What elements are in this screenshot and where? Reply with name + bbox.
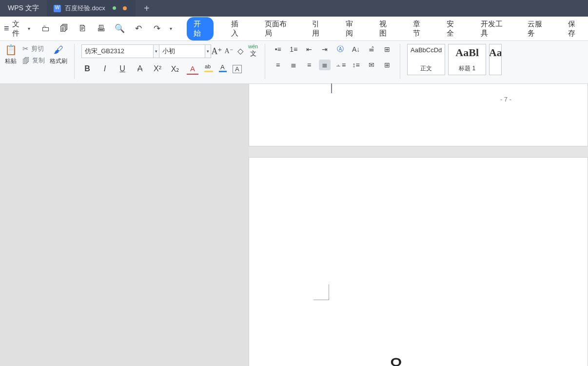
page-current[interactable]: 8 3 我乐看 www.woleken.com <box>249 157 588 366</box>
titlebar: WPS 文字 百度经验.docx + <box>0 0 588 17</box>
align-left-icon[interactable]: ≡ <box>272 60 284 70</box>
qa-caret-icon[interactable]: ▾ <box>170 26 172 31</box>
open-icon[interactable]: 🗀 <box>40 23 52 35</box>
format-painter-button[interactable]: 🖌 格式刷 <box>50 44 67 65</box>
font-size-select[interactable] <box>159 44 205 58</box>
paste-icon: 📋 <box>4 44 18 56</box>
increase-indent-icon[interactable]: ⇥ <box>319 44 331 55</box>
group-styles: AaBbCcDd 正文 AaBl 标题 1 Aa <box>407 44 502 75</box>
separator <box>265 44 265 79</box>
style-label: 正文 <box>420 64 432 73</box>
tab-insert[interactable]: 插入 <box>228 18 247 40</box>
margin-corner-icon <box>314 285 329 300</box>
line-height-icon[interactable]: ↕≡ <box>350 60 362 70</box>
font-size-caret-icon[interactable]: ▾ <box>205 44 211 58</box>
cut-button[interactable]: ✂ 剪切 <box>22 44 45 53</box>
print-preview-icon[interactable]: 🔍 <box>114 23 126 35</box>
cut-icon: ✂ <box>22 44 29 53</box>
cut-label: 剪切 <box>31 44 44 53</box>
bullets-icon[interactable]: •≡ <box>272 44 284 55</box>
ribbon-tabs: 开始 插入 页面布局 引用 审阅 视图 章节 安全 开发工具 云服务 保存 <box>187 17 584 41</box>
group-paragraph: •≡ 1≡ ⇤ ⇥ Ⓐ A↓ ≡̂ ⊞ ≡ ≣ ≡ ≣ ⫠≡ ↕≡ ✉ ⊞ <box>272 44 393 70</box>
underline-icon[interactable]: U <box>117 63 128 75</box>
tab-cloud[interactable]: 云服务 <box>525 18 550 40</box>
strikethrough-icon[interactable]: A <box>134 63 146 75</box>
font-color-icon[interactable] <box>219 65 227 72</box>
style-preview: AaBl <box>455 46 479 59</box>
modified-dot-icon <box>123 6 127 10</box>
numbering-icon[interactable]: 1≡ <box>288 44 299 55</box>
tab-review[interactable]: 审阅 <box>343 18 362 40</box>
superscript-icon[interactable]: X² <box>152 63 163 75</box>
add-tab-button[interactable]: + <box>136 0 158 17</box>
copy-icon: 🗐 <box>22 57 30 65</box>
separator <box>400 44 400 79</box>
app-title: WPS 文字 <box>0 0 47 17</box>
tab-home[interactable]: 开始 <box>187 17 214 41</box>
style-preview: AaBbCcDd <box>411 46 442 54</box>
export-pdf-icon[interactable]: 🖹 <box>77 23 89 35</box>
tab-developer[interactable]: 开发工具 <box>478 18 510 40</box>
caret-down-icon: ▾ <box>28 26 30 31</box>
tab-save[interactable]: 保存 <box>565 18 584 40</box>
document-body-text[interactable]: 8 3 <box>390 353 440 366</box>
file-menu[interactable]: 文件 ▾ <box>12 20 30 38</box>
shading-icon[interactable]: ✉ <box>366 60 377 70</box>
line-spacing-icon[interactable]: ≡̂ <box>366 44 377 55</box>
bold-icon[interactable]: B <box>81 63 93 75</box>
menubar: ≡ 文件 ▾ 🗀 🗐 🖹 🖶 🔍 ↶ ↷ ▾ 开始 插入 页面布局 引用 审阅 … <box>0 17 588 41</box>
group-font: ▾ ▾ A⁺ A⁻ ◇ wén 文 B I U A X² X₂ A A <box>81 44 258 75</box>
font-name-select[interactable] <box>81 44 154 58</box>
tab-view[interactable]: 视图 <box>376 18 395 40</box>
style-preview: Aa <box>489 46 502 59</box>
print-icon[interactable]: 🖶 <box>96 23 107 35</box>
text-direction-icon[interactable]: Ⓐ <box>334 44 346 55</box>
file-menu-label: 文件 <box>12 20 26 38</box>
undo-icon[interactable]: ↶ <box>133 23 144 35</box>
brush-icon: 🖌 <box>52 44 65 56</box>
page-previous-strip[interactable]: - 7 - <box>249 84 588 146</box>
page-number: - 7 - <box>500 96 511 103</box>
body-text-value: 8 3 <box>390 353 410 366</box>
align-right-icon[interactable]: ≡ <box>303 60 315 70</box>
decrease-font-icon[interactable]: A⁻ <box>223 45 235 57</box>
font-name-caret-icon[interactable]: ▾ <box>154 44 159 58</box>
borders-icon[interactable]: ⊞ <box>381 60 393 70</box>
document-area: - 7 - 8 3 我乐看 www.woleken.com <box>0 84 588 366</box>
text-effects-icon[interactable]: A <box>187 63 198 75</box>
style-next[interactable]: Aa <box>489 44 502 75</box>
document-tab[interactable]: 百度经验.docx <box>47 0 136 17</box>
paste-label: 粘贴 <box>5 57 17 65</box>
save-icon[interactable]: 🗐 <box>59 23 70 35</box>
phonetic-guide-icon[interactable]: wén 文 <box>248 44 258 58</box>
copy-label: 复制 <box>32 56 45 65</box>
tab-security[interactable]: 安全 <box>444 18 463 40</box>
tab-chapter[interactable]: 章节 <box>410 18 429 40</box>
copy-button[interactable]: 🗐 复制 <box>22 56 45 65</box>
status-dot-green-icon <box>113 6 116 10</box>
style-heading1[interactable]: AaBl 标题 1 <box>448 44 486 75</box>
tab-references[interactable]: 引用 <box>309 18 328 40</box>
left-gutter <box>0 84 249 366</box>
style-normal[interactable]: AaBbCcDd 正文 <box>407 44 445 75</box>
hamburger-icon[interactable]: ≡ <box>4 23 9 34</box>
redo-icon[interactable]: ↷ <box>151 23 163 35</box>
format-painter-label: 格式刷 <box>50 57 67 65</box>
align-center-icon[interactable]: ≣ <box>288 60 299 70</box>
paste-button[interactable]: 📋 粘贴 <box>4 44 18 65</box>
decrease-indent-icon[interactable]: ⇤ <box>303 44 315 55</box>
margin-mark-icon <box>331 83 332 93</box>
style-label: 标题 1 <box>459 64 475 73</box>
highlight-icon[interactable] <box>204 65 213 72</box>
italic-icon[interactable]: I <box>99 63 111 75</box>
clear-format-icon[interactable]: ◇ <box>235 45 246 57</box>
tab-layout[interactable]: 页面布局 <box>262 18 294 40</box>
enclosed-char-icon[interactable]: A <box>233 65 242 73</box>
sort-icon[interactable]: A↓ <box>350 44 362 55</box>
separator <box>74 44 75 79</box>
show-marks-icon[interactable]: ⊞ <box>381 44 393 55</box>
align-justify-icon[interactable]: ≣ <box>319 60 331 70</box>
increase-font-icon[interactable]: A⁺ <box>211 45 223 57</box>
subscript-icon[interactable]: X₂ <box>169 63 181 75</box>
distribute-icon[interactable]: ⫠≡ <box>334 60 346 70</box>
